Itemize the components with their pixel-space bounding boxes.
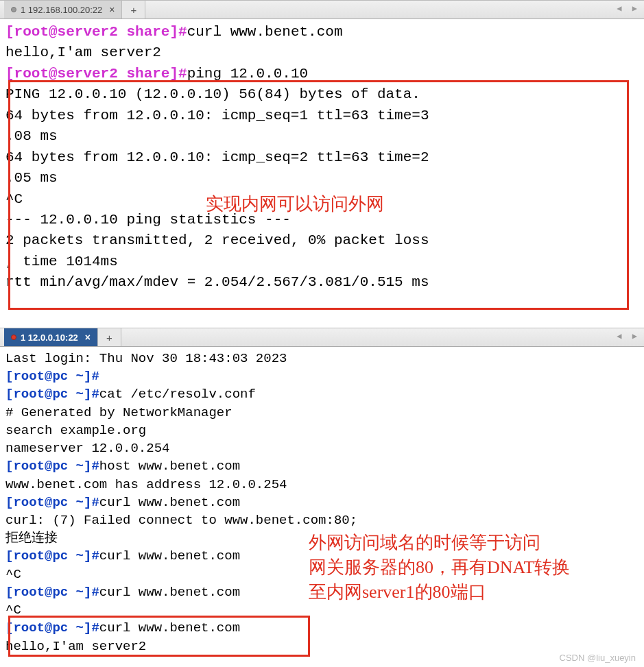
command: host www.benet.com xyxy=(99,459,240,474)
tab-label: 1 12.0.0.10:22 xyxy=(21,332,78,343)
prompt: [root@server2 share]# xyxy=(5,24,187,40)
output: 64 bytes from 12.0.0.10: icmp_seq=1 ttl=… xyxy=(5,106,639,126)
output: rtt min/avg/max/mdev = 2.054/2.567/3.081… xyxy=(5,272,639,293)
scroll-arrows-icon: ◀ ▶ xyxy=(617,331,640,341)
prompt: [root@pc ~]# xyxy=(5,585,99,600)
output: ^C xyxy=(5,189,639,210)
output: hello,I'am server2 xyxy=(5,638,639,655)
output: 2 packets transmitted, 2 received, 0% pa… xyxy=(5,230,639,251)
output: # Generated by NetworkManager xyxy=(5,404,639,422)
pane-pc: 1 12.0.0.10:22 × + ◀ ▶ Last login: Thu N… xyxy=(0,328,644,667)
prompt: [root@pc ~]# xyxy=(5,369,99,384)
prompt: [root@pc ~]# xyxy=(5,459,99,474)
tab-label: 1 192.168.100.20:22 xyxy=(21,5,102,15)
prompt: [root@pc ~]# xyxy=(5,387,99,402)
command: curl www.benet.com xyxy=(187,24,343,40)
command: curl www.benet.com xyxy=(99,620,240,635)
terminal-pc[interactable]: Last login: Thu Nov 30 18:43:03 2023 [ro… xyxy=(0,347,644,658)
prompt: [root@pc ~]# xyxy=(5,620,99,635)
status-dot-icon xyxy=(11,7,16,12)
watermark: CSDN @liu_xueyin xyxy=(560,653,636,663)
output: Last login: Thu Nov 30 18:43:03 2023 xyxy=(5,350,639,367)
output: 拒绝连接 xyxy=(5,529,639,547)
output: , time 1014ms xyxy=(5,252,639,272)
command: curl www.benet.com xyxy=(99,548,240,563)
output: search example.org xyxy=(5,422,639,439)
new-tab-button[interactable]: + xyxy=(122,1,145,19)
output: ^C xyxy=(5,601,639,619)
scroll-arrows-icon: ◀ ▶ xyxy=(617,3,640,14)
output: 64 bytes from 12.0.0.10: icmp_seq=2 ttl=… xyxy=(5,147,639,168)
status-dot-icon xyxy=(11,335,16,340)
output: nameserver 12.0.0.254 xyxy=(5,439,639,457)
output: ^C xyxy=(5,566,639,583)
command: curl www.benet.com xyxy=(99,585,240,600)
prompt: [root@pc ~]# xyxy=(5,548,99,563)
output: hello,I'am server2 xyxy=(5,43,639,63)
output: .08 ms xyxy=(5,126,639,147)
tabbar-2: 1 12.0.0.10:22 × + ◀ ▶ xyxy=(0,328,644,347)
command: cat /etc/resolv.conf xyxy=(99,387,256,402)
pane-server2: 1 192.168.100.20:22 × + ◀ ▶ [root@server… xyxy=(0,0,644,322)
output: .05 ms xyxy=(5,168,639,189)
close-icon[interactable]: × xyxy=(109,4,115,15)
tabbar-1: 1 192.168.100.20:22 × + ◀ ▶ xyxy=(0,0,644,19)
tab-pc[interactable]: 1 12.0.0.10:22 × xyxy=(4,328,98,346)
prompt: [root@pc ~]# xyxy=(5,495,99,510)
output: PING 12.0.0.10 (12.0.0.10) 56(84) bytes … xyxy=(5,84,639,105)
command: ping 12.0.0.10 xyxy=(187,66,308,82)
command: curl www.benet.com xyxy=(99,495,240,510)
close-icon[interactable]: × xyxy=(85,332,91,343)
tab-server2[interactable]: 1 192.168.100.20:22 × xyxy=(4,1,122,19)
terminal-server2[interactable]: [root@server2 share]#curl www.benet.com … xyxy=(0,19,644,296)
output: www.benet.com has address 12.0.0.254 xyxy=(5,476,639,494)
new-tab-button[interactable]: + xyxy=(98,328,121,346)
output: curl: (7) Failed connect to www.benet.co… xyxy=(5,511,639,529)
prompt: [root@server2 share]# xyxy=(5,66,187,82)
output: --- 12.0.0.10 ping statistics --- xyxy=(5,210,639,230)
